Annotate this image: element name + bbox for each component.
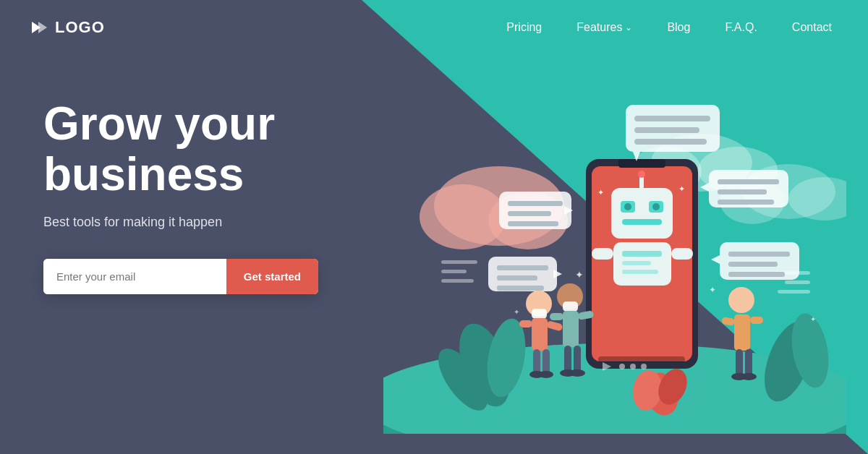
svg-rect-63 (508, 211, 551, 216)
logo-text: LOGO (55, 18, 105, 37)
svg-point-36 (619, 364, 625, 369)
svg-rect-99 (734, 314, 750, 351)
svg-rect-69 (497, 286, 544, 291)
svg-rect-67 (497, 265, 548, 270)
svg-rect-11 (441, 260, 477, 264)
svg-point-37 (630, 364, 636, 369)
svg-rect-53 (622, 261, 651, 265)
svg-point-98 (728, 287, 754, 313)
svg-rect-62 (508, 201, 563, 206)
svg-rect-83 (519, 320, 532, 327)
svg-point-44 (624, 203, 631, 210)
svg-rect-54 (622, 270, 658, 274)
email-input[interactable] (43, 259, 226, 294)
hero-illustration: ✦ ✦ ✦ ✦ ✦ ✦ (326, 0, 868, 454)
nav-blog[interactable]: Blog (667, 21, 690, 34)
svg-rect-101 (750, 317, 763, 324)
svg-rect-102 (736, 349, 743, 377)
svg-rect-59 (634, 139, 707, 145)
svg-rect-33 (618, 159, 665, 168)
svg-text:✦: ✦ (597, 188, 604, 197)
svg-rect-57 (634, 116, 710, 121)
svg-rect-81 (532, 309, 547, 319)
nav-contact[interactable]: Contact (792, 21, 832, 34)
svg-rect-68 (497, 275, 537, 280)
svg-rect-90 (563, 301, 578, 312)
svg-point-45 (652, 203, 660, 210)
svg-rect-73 (718, 189, 767, 194)
svg-marker-66 (553, 270, 562, 278)
logo-icon (29, 17, 49, 38)
svg-rect-16 (778, 290, 810, 294)
svg-rect-13 (441, 279, 474, 283)
svg-rect-82 (532, 318, 548, 351)
svg-point-38 (641, 364, 647, 369)
svg-point-97 (569, 369, 585, 377)
svg-text:✦: ✦ (575, 269, 584, 280)
svg-rect-92 (550, 313, 563, 320)
svg-rect-79 (728, 272, 785, 277)
svg-rect-100 (721, 317, 735, 326)
svg-rect-12 (441, 270, 467, 273)
svg-rect-77 (728, 252, 790, 257)
hero-subtitle: Best tools for making it happen (43, 215, 347, 230)
svg-rect-74 (718, 200, 774, 205)
svg-text:✦: ✦ (514, 308, 519, 316)
svg-rect-52 (622, 251, 662, 257)
nav-features[interactable]: Features ⌄ (576, 21, 632, 34)
svg-rect-50 (592, 248, 613, 260)
svg-rect-58 (634, 127, 699, 133)
hero-section: Grow your business Best tools for making… (0, 55, 347, 294)
svg-point-105 (741, 373, 757, 380)
illustration-svg: ✦ ✦ ✦ ✦ ✦ ✦ (383, 43, 846, 434)
svg-rect-64 (508, 221, 558, 226)
svg-rect-34 (598, 356, 685, 362)
svg-rect-94 (564, 346, 571, 373)
svg-rect-95 (574, 346, 581, 373)
svg-rect-15 (785, 280, 810, 284)
svg-rect-103 (745, 349, 752, 377)
svg-rect-72 (718, 179, 779, 184)
header: LOGO Pricing Features ⌄ Blog F.A.Q. Cont… (0, 0, 868, 55)
svg-text:✦: ✦ (709, 285, 716, 295)
svg-rect-86 (542, 349, 550, 374)
svg-rect-51 (671, 248, 693, 260)
cta-form: Get started (43, 259, 318, 294)
logo[interactable]: LOGO (29, 17, 105, 38)
nav-faq[interactable]: F.A.Q. (725, 21, 757, 34)
svg-rect-84 (546, 320, 563, 331)
get-started-button[interactable]: Get started (226, 259, 318, 294)
nav-pricing[interactable]: Pricing (506, 21, 542, 34)
svg-marker-76 (711, 255, 720, 264)
svg-rect-46 (622, 219, 662, 225)
svg-rect-85 (533, 349, 540, 374)
svg-point-41 (638, 171, 645, 178)
features-chevron-icon: ⌄ (625, 22, 632, 33)
svg-marker-1 (38, 22, 47, 33)
svg-rect-91 (563, 311, 579, 347)
svg-text:✦: ✦ (810, 315, 816, 323)
hero-title: Grow your business (43, 98, 347, 200)
svg-rect-39 (611, 188, 673, 239)
navigation: Pricing Features ⌄ Blog F.A.Q. Contact (506, 21, 832, 34)
svg-point-88 (539, 371, 553, 378)
svg-text:✦: ✦ (678, 184, 685, 193)
svg-rect-78 (728, 262, 778, 267)
